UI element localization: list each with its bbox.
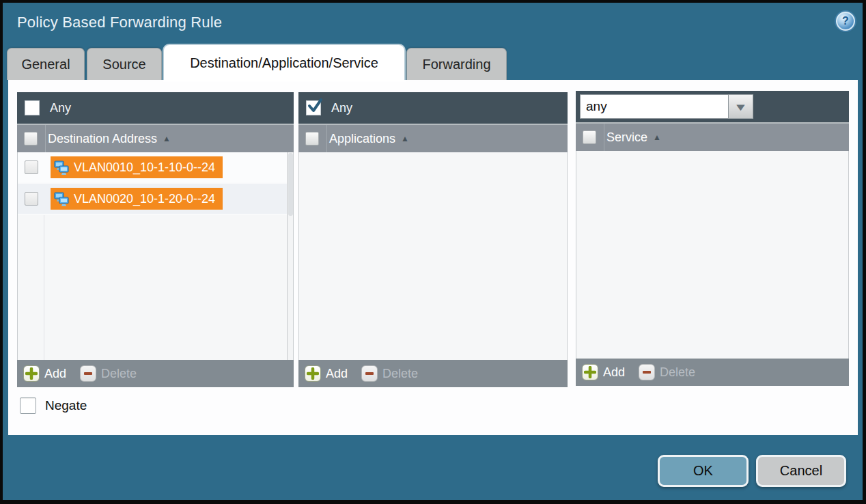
- checkmark-icon: [306, 97, 324, 115]
- tab-source[interactable]: Source: [87, 48, 162, 80]
- network-address-icon: [53, 159, 70, 176]
- service-dropdown[interactable]: any ▼: [580, 94, 753, 119]
- ok-button[interactable]: OK: [658, 455, 749, 487]
- delete-button[interactable]: Delete: [80, 365, 137, 382]
- service-any-header: any ▼: [576, 91, 849, 122]
- help-icon-glyph: ?: [842, 16, 849, 27]
- applications-any-checkbox[interactable]: [306, 100, 321, 115]
- network-address-icon: [53, 191, 70, 207]
- scrollbar-thumb[interactable]: [288, 153, 293, 216]
- delete-button[interactable]: Delete: [361, 365, 418, 382]
- vertical-scrollbar[interactable]: [287, 152, 293, 360]
- sort-asc-icon[interactable]: ▲: [163, 135, 171, 143]
- service-dropdown-value[interactable]: any: [580, 94, 729, 119]
- negate-label: Negate: [45, 398, 87, 413]
- row-checkbox[interactable]: [25, 192, 38, 206]
- service-column-header[interactable]: Service ▲: [576, 122, 849, 151]
- destination-select-all-checkbox[interactable]: [24, 132, 38, 145]
- applications-list: [298, 152, 568, 360]
- add-label: Add: [326, 367, 348, 381]
- row-checkbox[interactable]: [25, 160, 38, 174]
- add-plus-icon: [305, 365, 321, 382]
- applications-column-label: Applications: [329, 132, 395, 146]
- applications-panel: Any Applications ▲: [298, 92, 568, 387]
- applications-toolbar: Add Delete: [298, 360, 568, 387]
- service-dropdown-button[interactable]: ▼: [729, 94, 753, 119]
- negate-option: Negate: [20, 397, 87, 414]
- sort-asc-icon[interactable]: ▲: [401, 135, 409, 143]
- applications-any-label: Any: [331, 101, 352, 115]
- tab-forwarding[interactable]: Forwarding: [406, 48, 507, 80]
- add-button[interactable]: Add: [305, 365, 348, 382]
- applications-column-header[interactable]: Applications ▲: [298, 124, 568, 152]
- service-toolbar: Add Delete: [576, 359, 849, 386]
- add-plus-icon: [23, 365, 40, 382]
- delete-minus-icon: [639, 364, 655, 380]
- add-button[interactable]: Add: [23, 365, 66, 382]
- applications-any-header: Any: [298, 92, 568, 124]
- address-object-chip[interactable]: VLAN0020_10-1-20-0--24: [51, 188, 223, 210]
- service-panel: any ▼ Service ▲: [576, 91, 849, 386]
- cancel-button[interactable]: Cancel: [756, 455, 846, 487]
- destination-toolbar: Add Delete: [17, 360, 294, 387]
- policy-forwarding-dialog: Policy Based Forwarding Rule ? General S…: [3, 3, 863, 500]
- delete-label: Delete: [660, 365, 695, 380]
- column-divider: [45, 125, 46, 152]
- delete-minus-icon: [361, 365, 378, 382]
- table-row[interactable]: VLAN0020_10-1-20-0--24: [18, 184, 293, 215]
- chevron-down-icon: ▼: [734, 102, 748, 112]
- destination-any-checkbox[interactable]: [25, 100, 40, 115]
- destination-list: VLAN0010_10-1-10-0--24 VLAN002: [17, 152, 294, 360]
- add-label: Add: [44, 367, 66, 381]
- destination-panel: Any Destination Address ▲: [17, 92, 294, 387]
- negate-checkbox[interactable]: [20, 397, 36, 414]
- delete-label: Delete: [101, 367, 137, 381]
- tab-destination-application-service[interactable]: Destination/Application/Service: [164, 45, 404, 81]
- delete-button[interactable]: Delete: [639, 364, 695, 380]
- tab-general[interactable]: General: [7, 48, 85, 80]
- add-label: Add: [603, 365, 625, 380]
- dialog-title: Policy Based Forwarding Rule: [17, 14, 222, 31]
- add-plus-icon: [582, 364, 598, 380]
- destination-any-header: Any: [17, 92, 294, 124]
- column-divider: [326, 125, 327, 152]
- tab-content: Any Destination Address ▲: [8, 80, 858, 435]
- column-divider: [604, 124, 604, 151]
- delete-minus-icon: [80, 365, 96, 382]
- service-select-all-checkbox[interactable]: [583, 130, 596, 144]
- service-column-label: Service: [606, 130, 647, 145]
- address-object-chip[interactable]: VLAN0010_10-1-10-0--24: [51, 156, 223, 178]
- table-row[interactable]: VLAN0010_10-1-10-0--24: [18, 152, 293, 184]
- address-object-label: VLAN0010_10-1-10-0--24: [74, 160, 215, 175]
- applications-select-all-checkbox[interactable]: [305, 132, 319, 145]
- destination-column-header[interactable]: Destination Address ▲: [17, 124, 294, 152]
- help-icon[interactable]: ?: [836, 12, 855, 31]
- service-list: [576, 151, 849, 359]
- destination-any-label: Any: [50, 101, 71, 115]
- sort-asc-icon[interactable]: ▲: [653, 133, 661, 141]
- delete-label: Delete: [382, 367, 418, 381]
- address-object-label: VLAN0020_10-1-20-0--24: [74, 192, 215, 206]
- add-button[interactable]: Add: [582, 364, 625, 380]
- destination-column-label: Destination Address: [48, 132, 157, 146]
